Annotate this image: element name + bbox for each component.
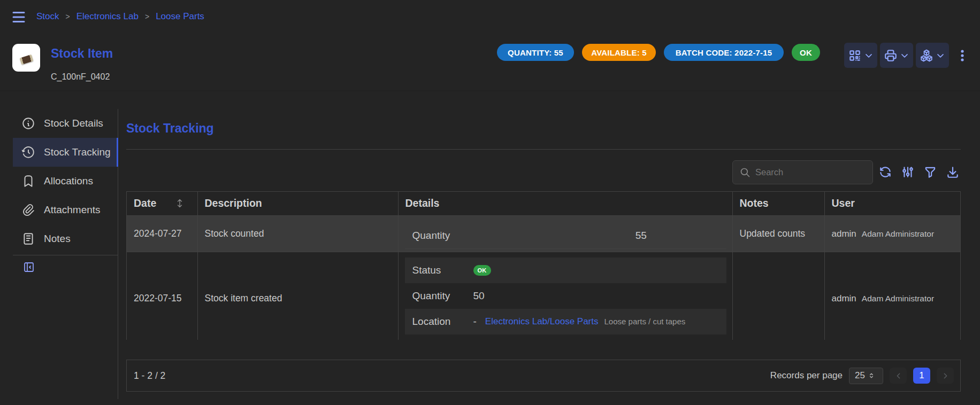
bookmark-icon [21,174,35,188]
sidebar-item-label: Allocations [44,175,93,187]
panel-title: Stock Tracking [126,121,214,136]
refresh-icon[interactable] [878,165,892,179]
selector-icon [868,372,875,379]
search-input[interactable] [755,167,857,177]
column-header-description[interactable]: Description [197,192,398,215]
location-description: Loose parts / cut tapes [604,317,686,326]
stock-tracking-table: Date Description Details Notes User 2024… [126,191,961,340]
filter-icon[interactable] [923,165,937,179]
column-header-notes: Notes [732,192,824,215]
history-icon [21,145,35,159]
ok-status-badge: OK [473,265,491,276]
more-options-button[interactable] [956,46,968,65]
row-details: Status OK Quantity 50 Location - Electro… [398,252,732,340]
header-divider [0,90,980,91]
chevron-down-icon [899,50,910,61]
breadcrumb-separator: > [145,12,149,21]
detail-label: Quantity [405,230,566,242]
status-badges: QUANTITY: 55 AVAILABLE: 5 BATCH CODE: 20… [497,44,820,61]
search-icon [740,167,751,178]
available-badge: AVAILABLE: 5 [582,44,656,61]
sidebar-collapse-icon[interactable] [22,261,35,274]
panel-title-divider [126,149,961,150]
sidebar-item-allocations[interactable]: Allocations [13,167,118,196]
row-notes [732,252,824,340]
barcode-actions-button[interactable] [844,43,877,68]
table-footer: 1 - 2 / 2 Records per page 25 1 [126,360,961,392]
sidebar-item-label: Notes [44,233,71,245]
row-date: 2022-07-15 [127,252,197,340]
detail-row-location: Location - Electronics Lab/Loose Parts L… [405,309,726,334]
column-header-details: Details [398,192,732,215]
row-date: 2024-07-27 [127,215,197,252]
status-ok-badge: OK [792,44,820,61]
row-user: adminAdam Administrator [824,215,960,252]
page-1-button[interactable]: 1 [913,368,930,384]
detail-row-quantity: Quantity 50 [405,283,726,309]
sidebar-item-label: Stock Details [44,118,103,129]
row-description: Stock item created [197,252,398,340]
header-actions [844,43,968,68]
part-image [19,54,33,64]
table-header-row: Date Description Details Notes User [127,192,960,215]
batch-code-badge: BATCH CODE: 2022-7-15 [664,44,784,61]
sidebar-nav: Stock Details Stock Tracking Allocations… [13,109,118,253]
quantity-badge: QUANTITY: 55 [497,44,574,61]
location-link[interactable]: Electronics Lab/Loose Parts [485,316,599,327]
packages-icon [920,49,933,63]
previous-page-button[interactable] [890,368,907,384]
page-title: Stock Item [51,46,113,61]
sidebar-item-notes[interactable]: Notes [13,224,118,253]
page-subtitle: C_100nF_0402 [51,72,110,82]
info-circle-icon [21,116,35,130]
chevron-down-icon [863,50,874,61]
records-per-page-label: Records per page [770,370,843,381]
row-description: Stock counted [197,215,398,252]
location-dash: - [473,316,477,328]
detail-row-status: Status OK [405,258,726,283]
breadcrumb-stock[interactable]: Stock [36,11,59,22]
record-range: 1 - 2 / 2 [134,370,165,381]
column-header-user: User [824,192,960,215]
notes-icon [21,232,35,246]
stock-item-thumbnail[interactable] [12,44,40,72]
qrcode-icon [848,49,862,63]
sidebar-item-label: Stock Tracking [44,146,111,158]
row-notes: Updated counts [732,215,824,252]
download-icon[interactable] [946,165,960,179]
sidebar-item-label: Attachments [44,204,101,216]
table-row[interactable]: 2022-07-15 Stock item created Status OK … [127,252,960,340]
table-toolbar [878,165,960,179]
adjustments-icon[interactable] [901,165,915,179]
table-row[interactable]: 2024-07-27 Stock counted Quantity 55 Upd… [127,215,960,252]
sidebar-item-attachments[interactable]: Attachments [13,196,118,224]
next-page-button[interactable] [937,368,954,384]
breadcrumb: Stock > Electronics Lab > Loose Parts [36,0,204,33]
column-header-date[interactable]: Date [127,192,197,215]
detail-value: 55 [565,230,726,242]
breadcrumb-separator: > [66,12,70,21]
search-box[interactable] [732,160,873,184]
printer-icon [884,49,898,63]
menu-icon[interactable] [12,11,25,23]
breadcrumb-loose-parts[interactable]: Loose Parts [156,11,204,22]
paperclip-icon [21,203,35,217]
sidebar-item-stock-details[interactable]: Stock Details [13,109,118,138]
row-details: Quantity 55 [398,215,732,252]
sort-icon[interactable] [177,199,182,208]
row-user: adminAdam Administrator [824,252,960,340]
sidebar-bottom-divider [13,255,118,255]
sidebar-item-stock-tracking[interactable]: Stock Tracking [13,138,118,167]
breadcrumb-electronics-lab[interactable]: Electronics Lab [76,11,139,22]
printing-actions-button[interactable] [880,43,913,68]
records-per-page-select[interactable]: 25 [849,368,883,384]
chevron-down-icon [935,50,946,61]
stock-operations-button[interactable] [916,43,949,68]
